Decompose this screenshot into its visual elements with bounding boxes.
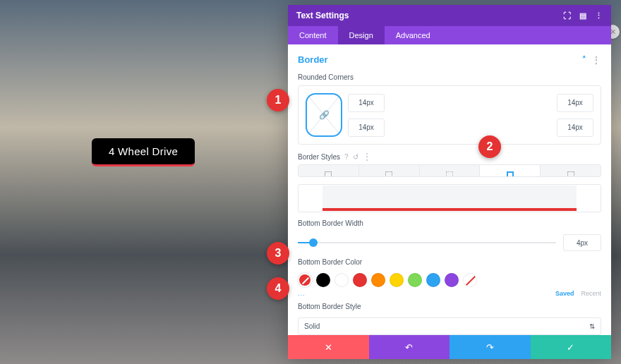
border-style-select[interactable]: Solid ⇅ xyxy=(298,317,601,335)
text-settings-panel: Text Settings ⛶ ▤ ⋮ Content Design Advan… xyxy=(288,5,611,359)
corner-top-right-input[interactable] xyxy=(557,94,593,112)
panel-body: Border ˄ ⋮ Rounded Corners 🔗 Border Styl… xyxy=(288,44,611,335)
tab-content[interactable]: Content xyxy=(288,26,338,44)
border-style-label: Bottom Border Style xyxy=(298,303,601,310)
rounded-corners-label: Rounded Corners xyxy=(298,73,601,81)
collapse-icon[interactable]: ˄ xyxy=(582,55,586,64)
save-button[interactable]: ✓ xyxy=(531,335,612,359)
reset-icon[interactable]: ↺ xyxy=(353,153,358,161)
corner-bottom-right-input[interactable] xyxy=(557,119,593,137)
drag-icon[interactable]: ▤ xyxy=(579,11,586,20)
recent-colors-tab[interactable]: Recent xyxy=(581,290,601,297)
callout-3: 3 xyxy=(267,242,289,265)
tab-design[interactable]: Design xyxy=(338,26,385,44)
panel-title: Text Settings xyxy=(296,11,349,20)
saved-colors-tab[interactable]: Saved xyxy=(555,290,574,297)
swatch-purple[interactable] xyxy=(445,273,459,287)
color-tabs-row: ... Saved Recent xyxy=(298,290,601,297)
select-arrow-icon: ⇅ xyxy=(589,322,595,330)
menu-icon[interactable]: ⋮ xyxy=(595,11,603,20)
section-menu-icon[interactable]: ⋮ xyxy=(592,55,601,65)
panel-header: Text Settings ⛶ ▤ ⋮ xyxy=(288,5,611,26)
border-style-value: Solid xyxy=(304,322,320,330)
width-slider[interactable] xyxy=(298,242,556,243)
border-side-top[interactable] xyxy=(359,165,420,177)
border-width-label: Bottom Border Width xyxy=(298,219,601,227)
swatch-white[interactable] xyxy=(334,273,349,287)
border-styles-row: Border Styles ? ↺ ⋮ xyxy=(298,152,601,162)
border-side-all[interactable] xyxy=(299,165,359,177)
expand-icon[interactable]: ⛶ xyxy=(563,11,571,20)
border-side-bottom[interactable] xyxy=(480,165,541,177)
border-preview xyxy=(298,184,601,212)
corner-top-left-input[interactable] xyxy=(348,94,385,112)
section-header-border[interactable]: Border ˄ ⋮ xyxy=(298,51,601,71)
tab-advanced[interactable]: Advanced xyxy=(385,26,442,44)
corner-bottom-left-input[interactable] xyxy=(348,119,385,137)
rounded-preview[interactable]: 🔗 xyxy=(306,93,342,137)
help-icon[interactable]: ? xyxy=(344,153,349,161)
section-title: Border xyxy=(298,54,328,65)
border-side-left[interactable] xyxy=(541,165,601,177)
more-colors-button[interactable]: ... xyxy=(298,290,306,297)
panel-header-actions: ⛶ ▤ ⋮ xyxy=(563,11,603,20)
panel-footer: ✕ ↶ ↷ ✓ xyxy=(288,335,611,359)
border-color-label: Bottom Border Color xyxy=(298,258,601,266)
border-preview-inner xyxy=(322,186,577,211)
swatch-orange[interactable] xyxy=(371,273,385,287)
undo-button[interactable]: ↶ xyxy=(369,335,450,359)
callout-4: 4 xyxy=(267,277,289,300)
feature-badge: 4 Wheel Drive xyxy=(92,138,195,166)
swatch-yellow[interactable] xyxy=(390,273,404,287)
swatch-blue[interactable] xyxy=(426,273,440,287)
border-side-right[interactable] xyxy=(420,165,481,177)
border-side-picker xyxy=(298,164,601,177)
width-value-input[interactable] xyxy=(563,234,601,251)
callout-1: 1 xyxy=(267,89,289,111)
link-corners-icon[interactable]: 🔗 xyxy=(319,110,330,120)
callout-2: 2 xyxy=(478,135,501,158)
border-width-control xyxy=(298,234,601,251)
settings-tabs: Content Design Advanced xyxy=(288,26,611,44)
swatch-transparent[interactable] xyxy=(463,273,477,287)
swatch-red[interactable] xyxy=(353,273,367,287)
redo-button[interactable]: ↷ xyxy=(450,335,531,359)
cancel-button[interactable]: ✕ xyxy=(288,335,369,359)
rounded-corners-control: 🔗 xyxy=(298,85,601,145)
swatch-green[interactable] xyxy=(408,273,422,287)
color-picker-swatch[interactable] xyxy=(298,273,312,287)
styles-menu-icon[interactable]: ⋮ xyxy=(363,152,372,162)
slider-thumb[interactable] xyxy=(309,238,318,247)
swatch-black[interactable] xyxy=(316,273,330,287)
color-swatch-row xyxy=(298,273,601,287)
border-styles-label: Border Styles xyxy=(298,153,340,161)
